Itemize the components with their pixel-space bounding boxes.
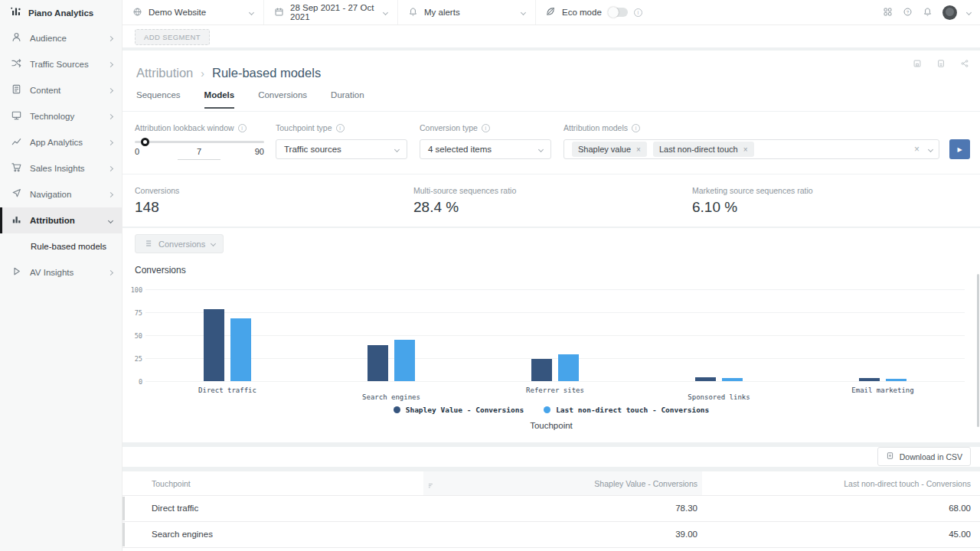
attribution-models-multiselect[interactable]: Shapley value×Last non-direct touch× × — [564, 139, 939, 159]
page-title: Rule-based models — [212, 66, 321, 80]
help-icon[interactable]: ? — [903, 6, 913, 20]
column-header-shapley[interactable]: Shapley Value - Conversions — [423, 479, 697, 488]
bar-shapley-value-conversions-search-engines[interactable] — [368, 345, 388, 381]
category-label-referrer-sites: Referrer sites — [490, 386, 620, 394]
add-segment-button[interactable]: ADD SEGMENT — [135, 29, 210, 45]
model-chip-last-non-direct-touch: Last non-direct touch× — [653, 142, 754, 157]
table-header: Touchpoint Shapley Value - Conversions L… — [122, 471, 980, 496]
metric-selector-button[interactable]: Conversions — [135, 234, 224, 253]
report-icon[interactable] — [936, 57, 946, 71]
legend-item-shapley-value-conversions[interactable]: Shapley Value - Conversions — [394, 406, 524, 414]
download-icon — [886, 452, 894, 461]
chevron-down-icon — [383, 9, 388, 15]
av-insights-icon — [11, 266, 22, 280]
model-chips: Shapley value×Last non-direct touch× — [572, 142, 760, 157]
bar-shapley-value-conversions-direct-traffic[interactable] — [204, 309, 224, 381]
kpi-panel: Conversions148Multi-source sequences rat… — [122, 174, 980, 227]
touchpoint-type-select[interactable]: Traffic sources — [276, 139, 407, 159]
site-selector[interactable]: Demo Website — [122, 0, 264, 24]
user-avatar[interactable] — [942, 5, 957, 20]
sidebar-item-audience[interactable]: Audience — [0, 25, 122, 51]
brand-label: Piano Analytics — [28, 8, 93, 18]
tab-models[interactable]: Models — [204, 90, 235, 109]
lookback-min: 0 — [135, 147, 139, 156]
segment-bar: ADD SEGMENT — [122, 25, 980, 47]
sidebar-item-rule-based-models[interactable]: Rule-based models — [0, 233, 122, 259]
bar-last-non-direct-touch-conversions-referrer-sites[interactable] — [558, 354, 579, 381]
tab-sequences[interactable]: Sequences — [136, 90, 181, 109]
gridline — [145, 358, 965, 359]
sidebar-item-av-insights[interactable]: AV Insights — [0, 259, 122, 285]
chevron-down-icon — [394, 146, 400, 152]
bar-last-non-direct-touch-conversions-sponsored-links[interactable] — [722, 378, 743, 381]
chevron-right-icon — [108, 139, 113, 145]
app-analytics-icon — [11, 135, 22, 150]
sidebar-item-sales-insights[interactable]: Sales Insights — [0, 155, 122, 181]
chart-title: Conversions — [135, 265, 186, 276]
chevron-right-icon — [108, 191, 113, 197]
remove-chip-icon[interactable]: × — [636, 145, 641, 154]
bell-icon — [408, 7, 418, 18]
conversion-type-label: Conversion typei — [420, 123, 490, 132]
notifications-bell-icon[interactable] — [923, 6, 933, 20]
lookback-slider[interactable] — [135, 141, 264, 143]
data-table: Touchpoint Shapley Value - Conversions L… — [122, 471, 980, 551]
bar-last-non-direct-touch-conversions-search-engines[interactable] — [394, 340, 415, 381]
clear-icon[interactable]: × — [914, 144, 920, 155]
bar-last-non-direct-touch-conversions-email-marketing[interactable] — [886, 379, 906, 381]
lookback-value-input[interactable]: 7 — [178, 147, 220, 160]
sidebar-item-technology[interactable]: Technology — [0, 103, 122, 129]
gridline — [145, 289, 965, 290]
date-range-selector[interactable]: 28 Sep 2021 - 27 Oct 2021 — [264, 0, 398, 24]
sidebar-item-navigation[interactable]: Navigation — [0, 181, 122, 207]
category-label-search-engines: Search engines — [326, 393, 456, 401]
breadcrumb-parent[interactable]: Attribution — [136, 66, 193, 80]
column-header-touchpoint[interactable]: Touchpoint — [152, 479, 191, 488]
chevron-down-icon[interactable] — [966, 10, 972, 15]
y-tick-label: 0 — [126, 378, 142, 386]
brand[interactable]: Piano Analytics — [0, 0, 122, 25]
page-scrollbar[interactable] — [977, 274, 979, 427]
column-header-last-non-direct[interactable]: Last non-direct touch - Conversions — [702, 479, 971, 488]
kpi-marketing-source-sequences-ratio: Marketing source sequences ratio6.10 % — [692, 186, 813, 216]
eco-mode-toggle[interactable] — [608, 8, 628, 17]
slider-handle[interactable] — [141, 138, 149, 146]
conversion-type-select[interactable]: 4 selected items — [420, 139, 551, 159]
chevron-down-icon — [108, 217, 113, 223]
chevron-down-icon — [928, 146, 933, 152]
toggle-knob — [608, 7, 619, 18]
piano-analytics-logo-icon — [10, 5, 22, 21]
sidebar-item-app-analytics[interactable]: App Analytics — [0, 129, 122, 155]
model-chip-shapley-value: Shapley value× — [572, 142, 647, 157]
table-row-direct-traffic[interactable]: Direct traffic78.3068.00 — [122, 496, 980, 522]
tab-duration[interactable]: Duration — [331, 90, 364, 109]
tab-conversions[interactable]: Conversions — [258, 90, 307, 109]
alerts-selector[interactable]: My alerts — [398, 0, 536, 24]
apps-grid-icon[interactable] — [883, 6, 893, 20]
run-button[interactable]: ▶ — [949, 139, 970, 159]
lookback-max: 90 — [255, 147, 264, 156]
sidebar-item-traffic-sources[interactable]: Traffic Sources — [0, 51, 122, 77]
audience-icon — [11, 31, 22, 46]
y-tick-label: 25 — [126, 355, 142, 363]
globe-icon — [132, 7, 142, 18]
y-tick-label: 100 — [126, 286, 142, 294]
sidebar-item-content[interactable]: Content — [0, 77, 122, 103]
gridline — [145, 381, 965, 382]
legend-item-last-non-direct-touch-conversions[interactable]: Last non-direct touch - Conversions — [544, 406, 709, 414]
share-icon[interactable] — [960, 57, 969, 71]
download-csv-button[interactable]: Download in CSV — [877, 447, 971, 466]
info-icon: i — [336, 124, 345, 132]
remove-chip-icon[interactable]: × — [743, 145, 748, 154]
table-row-search-engines[interactable]: Search engines39.0045.00 — [122, 522, 980, 548]
bar-shapley-value-conversions-referrer-sites[interactable] — [531, 359, 552, 381]
save-icon[interactable] — [913, 57, 922, 71]
bar-shapley-value-conversions-email-marketing[interactable] — [859, 378, 880, 381]
attribution-models-label: Attribution modelsi — [564, 123, 640, 132]
report-tabs: SequencesModelsConversionsDuration — [136, 90, 364, 109]
bar-shapley-value-conversions-sponsored-links[interactable] — [695, 377, 716, 381]
filters-panel: Attribution lookback windowi 0 7 90 Touc… — [122, 112, 980, 174]
breadcrumb: Attribution › Rule-based models — [136, 66, 321, 80]
sidebar-item-attribution[interactable]: Attribution — [0, 207, 122, 233]
bar-last-non-direct-touch-conversions-direct-traffic[interactable] — [230, 318, 251, 381]
